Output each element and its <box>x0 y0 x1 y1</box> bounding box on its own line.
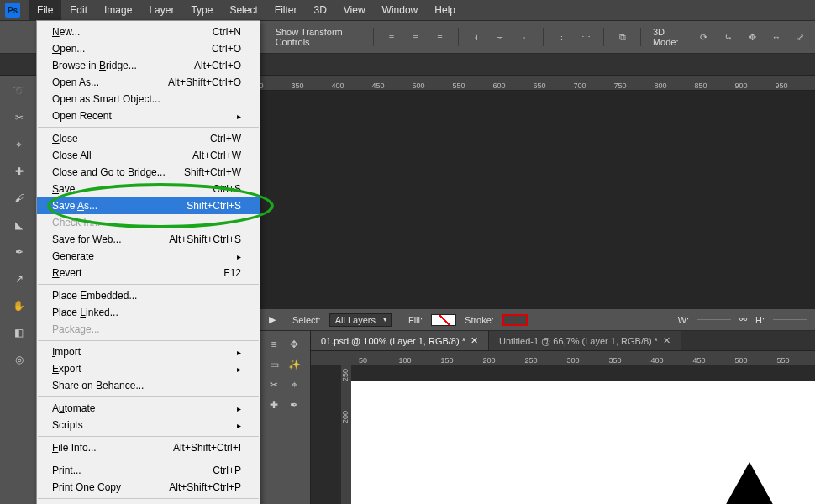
menu-item-file-info[interactable]: File Info...Alt+Shift+Ctrl+I <box>37 439 260 456</box>
3d-scale-icon[interactable]: ⤢ <box>794 29 807 45</box>
close-icon[interactable]: ✕ <box>663 335 670 346</box>
menu-edit[interactable]: Edit <box>61 0 96 20</box>
align-bot-icon[interactable]: ≡ <box>434 29 446 45</box>
app-logo: Ps <box>5 3 20 18</box>
distribute-h-icon[interactable]: ⋮ <box>555 29 568 45</box>
canvas-2[interactable]: 250200 <box>311 365 815 504</box>
wand-2[interactable]: ✨ <box>284 354 304 375</box>
menu-item-print[interactable]: Print...Ctrl+P <box>37 462 260 479</box>
menu-item-new[interactable]: New...Ctrl+N <box>37 24 260 40</box>
artboard <box>351 381 815 504</box>
menu-select[interactable]: Select <box>221 0 266 20</box>
menu-item-place-linked[interactable]: Place Linked... <box>37 304 260 321</box>
eyedropper-2[interactable]: ⌖ <box>284 375 304 395</box>
menu-item-close-all[interactable]: Close AllAlt+Ctrl+W <box>37 147 260 164</box>
menu-item-open-as-smart-object[interactable]: Open as Smart Object... <box>37 91 260 108</box>
menu-view[interactable]: View <box>335 0 374 20</box>
select-dropdown[interactable]: All Layers <box>329 313 392 327</box>
menu-item-open-as[interactable]: Open As...Alt+Shift+Ctrl+O <box>37 74 260 91</box>
menu-type[interactable]: Type <box>182 0 221 20</box>
ruler-horizontal-2: 50100150200250300350400450500550600 <box>311 351 815 365</box>
quick-mask[interactable]: ◎ <box>8 348 31 371</box>
menu-item-automate[interactable]: Automate <box>37 400 260 417</box>
secondary-window: ▶ Select: All Layers Fill: Stroke: W: ⚯ … <box>260 309 815 504</box>
menu-item-open-recent[interactable]: Open Recent <box>37 108 260 124</box>
align-right-icon[interactable]: ⫠ <box>518 29 531 45</box>
close-icon[interactable]: ✕ <box>471 335 478 346</box>
stroke-swatch[interactable] <box>502 314 528 326</box>
menu-item-share-on-behance[interactable]: Share on Behance... <box>37 377 260 394</box>
document-tab-2b[interactable]: Untitled-1 @ 66,7% (Layer 1, RGB/8) * ✕ <box>489 331 681 350</box>
heal-2[interactable]: ✚ <box>264 395 284 415</box>
tool-palette-2: ≡ ✥ ▭ ✨ ✂ ⌖ ✚ ✒ <box>260 331 311 504</box>
menu-item-save-as[interactable]: Save As...Shift+Ctrl+S <box>37 197 260 214</box>
tab-title: 01.psd @ 100% (Layer 1, RGB/8) * <box>321 336 465 346</box>
fill-swatch[interactable] <box>431 314 456 326</box>
lasso-tool[interactable]: ➰ <box>8 79 31 102</box>
menu-item-place-embedded[interactable]: Place Embedded... <box>37 287 260 304</box>
3d-slide-icon[interactable]: ↔ <box>770 29 783 45</box>
hand-tool[interactable]: ✋ <box>8 294 31 318</box>
brush-tool[interactable]: 🖌 <box>8 186 31 210</box>
3d-orbit-icon[interactable]: ⟳ <box>697 29 710 45</box>
align-left-icon[interactable]: ⫞ <box>471 29 483 45</box>
menu-item-save-for-web[interactable]: Save for Web...Alt+Shift+Ctrl+S <box>37 231 260 248</box>
bucket-tool[interactable]: ◣ <box>8 213 31 237</box>
align-center-icon[interactable]: ⫟ <box>494 29 507 45</box>
menu-item-close[interactable]: CloseCtrl+W <box>37 130 260 147</box>
3d-pan-icon[interactable]: ✥ <box>746 29 759 45</box>
fill-label: Fill: <box>408 315 423 325</box>
healing-tool[interactable]: ✚ <box>8 160 31 183</box>
3d-mode-label: 3D Mode: <box>653 27 686 47</box>
w-label: W: <box>678 315 689 325</box>
triangle-shape[interactable] <box>707 462 791 504</box>
path-tool[interactable]: ↗ <box>8 267 31 291</box>
eyedropper-tool[interactable]: ⌖ <box>8 133 31 156</box>
menu-item-check-in: Check In... <box>37 214 260 231</box>
pen-tool[interactable]: ✒ <box>8 240 31 264</box>
menu-image[interactable]: Image <box>96 0 140 20</box>
menu-item-close-and-go-to-bridge[interactable]: Close and Go to Bridge...Shift+Ctrl+W <box>37 164 260 181</box>
crop-tool[interactable]: ✂ <box>8 106 31 129</box>
marquee-2[interactable]: ▭ <box>264 354 284 375</box>
menu-item-print-one-copy[interactable]: Print One CopyAlt+Shift+Ctrl+P <box>37 479 260 496</box>
menu-filter[interactable]: Filter <box>266 0 306 20</box>
link-icon[interactable]: ⚯ <box>739 314 747 325</box>
file-dropdown: New...Ctrl+NOpen...Ctrl+OBrowse in Bridg… <box>36 20 260 504</box>
menu-help[interactable]: Help <box>426 0 464 20</box>
menu-item-generate[interactable]: Generate <box>37 248 260 265</box>
document-tab-2a[interactable]: 01.psd @ 100% (Layer 1, RGB/8) * ✕ <box>311 331 489 350</box>
auto-align-icon[interactable]: ⧉ <box>616 29 628 45</box>
pen-2[interactable]: ✒ <box>284 395 304 415</box>
menu-file[interactable]: File <box>29 0 61 20</box>
menu-layer[interactable]: Layer <box>140 0 182 20</box>
path-select-icon[interactable]: ▶ <box>269 314 276 325</box>
ruler-vertical-2: 250200 <box>341 365 351 504</box>
menu-3d[interactable]: 3D <box>305 0 334 20</box>
document-tabs-2: 01.psd @ 100% (Layer 1, RGB/8) * ✕ Untit… <box>260 331 815 351</box>
align-top-icon[interactable]: ≡ <box>385 29 397 45</box>
menu-item-open[interactable]: Open...Ctrl+O <box>37 40 260 57</box>
menu-bar: Ps File Edit Image Layer Type Select Fil… <box>0 0 815 20</box>
menu-item-scripts[interactable]: Scripts <box>37 417 260 433</box>
crop-2[interactable]: ✂ <box>264 375 284 395</box>
menu-item-export[interactable]: Export <box>37 360 260 377</box>
3d-roll-icon[interactable]: ⤿ <box>722 29 734 45</box>
arrange-icon[interactable]: ≡ <box>264 334 284 354</box>
show-transform-label[interactable]: Show Transform Controls <box>276 27 361 47</box>
move-tool-2[interactable]: ✥ <box>284 334 304 354</box>
swap-colors[interactable]: ◧ <box>8 321 31 344</box>
h-label: H: <box>755 315 765 325</box>
menu-item-browse-in-bridge[interactable]: Browse in Bridge...Alt+Ctrl+O <box>37 57 260 74</box>
menu-item-revert[interactable]: RevertF12 <box>37 265 260 281</box>
align-mid-icon[interactable]: ≡ <box>409 29 422 45</box>
tab-title: Untitled-1 @ 66,7% (Layer 1, RGB/8) * <box>499 336 658 346</box>
menu-item-import[interactable]: Import <box>37 344 260 360</box>
menu-window[interactable]: Window <box>374 0 427 20</box>
select-label: Select: <box>292 315 321 325</box>
menu-item-package: Package... <box>37 321 260 338</box>
stroke-label: Stroke: <box>465 315 494 325</box>
tool-palette: ✥ ▭ ➰ ✂ ⌖ ✚ 🖌 ◣ ✒ ↗ ✋ ◧ ◎ <box>0 20 39 504</box>
distribute-v-icon[interactable]: ⋯ <box>580 29 592 45</box>
menu-item-save[interactable]: SaveCtrl+S <box>37 181 260 197</box>
